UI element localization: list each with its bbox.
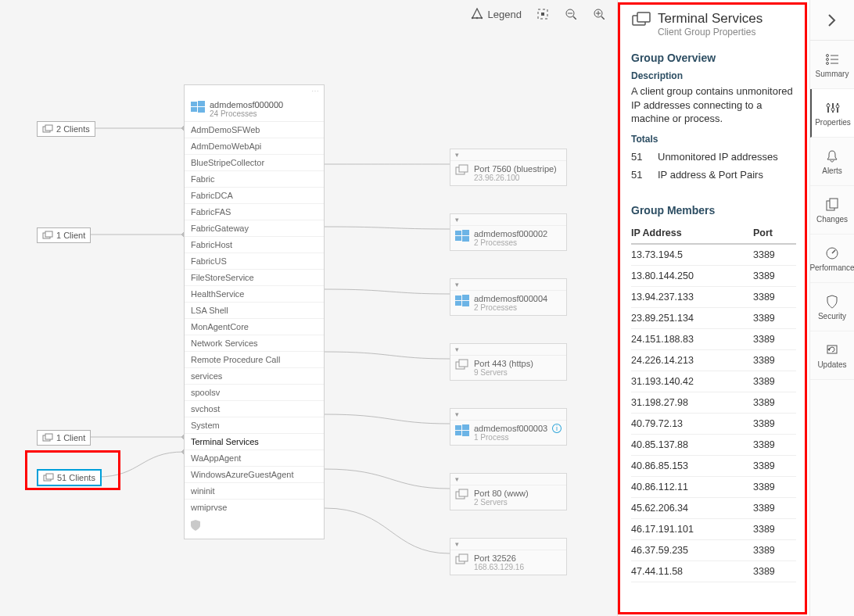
chevron-down-icon[interactable]: ▾ [450,149,566,161]
fit-button[interactable] [536,7,550,21]
table-row[interactable]: 24.226.14.2133389 [631,349,796,371]
clients-icon [42,124,53,134]
right-sidebar: SummaryPropertiesAlertsChangesPerformanc… [809,0,854,616]
node-icon [455,359,469,374]
table-row[interactable]: 40.79.72.133389 [631,413,796,434]
sidebar-item-changes[interactable]: Changes [810,186,854,235]
process-item[interactable]: Fabric [185,171,324,188]
table-row[interactable]: 24.151.188.833389 [631,328,796,349]
dependency-node[interactable]: ▾Port 443 (https)9 Servers [450,343,567,381]
process-item[interactable]: Remote Procedure Call [185,352,324,368]
process-item[interactable]: AdmDemoWebApi [185,138,324,155]
process-item[interactable]: wmiprvse [185,500,324,515]
col-ip: IP Address [631,223,753,244]
node-sub: 168.63.129.16 [474,563,524,571]
sidebar-item-security[interactable]: Security [810,283,854,331]
info-icon[interactable]: i [552,424,562,433]
process-item[interactable]: svchost [185,401,324,417]
table-row[interactable]: 13.73.194.53389 [631,244,796,266]
zoom-in-button[interactable] [592,7,606,21]
collapse-button[interactable] [810,0,854,41]
totals-text: IP address & Port Pairs [658,169,763,181]
chevron-down-icon[interactable]: ▾ [450,539,566,550]
table-row[interactable]: 40.85.137.883389 [631,434,796,455]
clients-icon [43,473,54,482]
cell-ip: 47.44.11.58 [631,560,753,582]
description-text: A client group contains unmonitored IP a… [631,84,796,126]
map-canvas[interactable]: 2 Clients1 Client1 Client51 Clients ⋯ ad… [0,0,618,616]
chevron-down-icon[interactable]: ▾ [450,344,566,356]
table-row[interactable]: 23.89.251.1343389 [631,307,796,328]
process-item[interactable]: spoolsv [185,385,324,401]
svg-rect-20 [455,236,461,241]
chevron-right-icon [827,13,837,27]
process-item[interactable]: LSA Shell [185,303,324,319]
client-group-box[interactable]: 1 Client [37,227,91,243]
zoom-out-button[interactable] [564,7,578,21]
dependency-node[interactable]: ▾Port 80 (www)2 Servers [450,473,567,510]
svg-rect-5 [45,125,52,131]
sidebar-item-performance[interactable]: Performance [810,235,854,283]
client-group-box[interactable]: 2 Clients [37,121,95,137]
svg-rect-31 [462,431,469,436]
process-item[interactable]: FabricHost [185,237,324,253]
sidebar-item-updates[interactable]: Updates [810,331,854,380]
client-group-box[interactable]: 51 Clients [37,469,102,486]
dependency-node[interactable]: ▾admdemosf0000042 Processes [450,278,567,316]
node-sub: 23.96.26.100 [474,174,557,182]
table-row[interactable]: 31.193.140.423389 [631,371,796,392]
sidebar-item-properties[interactable]: Properties [810,89,854,138]
chevron-down-icon[interactable]: ▾ [450,474,566,485]
process-item[interactable]: services [185,368,324,385]
machine-sub: 24 Processes [210,109,283,118]
gauge-icon [825,245,839,261]
table-row[interactable]: 47.44.11.583389 [631,560,796,582]
table-row[interactable]: 45.62.206.343389 [631,497,796,518]
process-item[interactable]: Terminal Services [185,434,324,450]
table-row[interactable]: 31.198.27.983389 [631,392,796,413]
table-row[interactable]: 40.86.85.1533389 [631,455,796,476]
legend-button[interactable]: Legend [470,7,522,21]
node-sub: 1 Process [474,433,547,442]
sidebar-item-summary[interactable]: Summary [810,41,854,89]
process-item[interactable]: FabricUS [185,253,324,270]
table-row[interactable]: 46.17.191.1013389 [631,518,796,539]
machine-title: admdemosf000000 [210,100,283,109]
machine-node[interactable]: ⋯ admdemosf00000024 Processes AdmDemoSFW… [184,84,325,539]
svg-rect-12 [191,102,197,106]
process-item[interactable]: System [185,417,324,434]
svg-rect-19 [462,230,469,235]
table-row[interactable]: 46.37.59.2353389 [631,539,796,560]
process-item[interactable]: wininit [185,483,324,500]
table-row[interactable]: 13.80.144.2503389 [631,265,796,286]
chevron-down-icon[interactable]: ▾ [450,409,566,421]
table-row[interactable]: 13.94.237.1333389 [631,286,796,307]
chevron-down-icon[interactable]: ▾ [450,214,566,226]
cell-port: 3389 [753,476,796,497]
process-item[interactable]: FileStoreService [185,270,324,286]
client-label: 51 Clients [57,473,95,482]
process-item[interactable]: AdmDemoSFWeb [185,122,324,138]
node-title: admdemosf000003 [474,424,547,433]
process-item[interactable]: FabricDCA [185,188,324,204]
cell-ip: 31.198.27.98 [631,392,753,413]
process-item[interactable]: MonAgentCore [185,319,324,335]
process-item[interactable]: FabricGateway [185,220,324,237]
dependency-node[interactable]: ▾admdemosf0000022 Processes [450,213,567,251]
dependency-node[interactable]: ▾admdemosf0000031 Processi [450,408,567,446]
process-item[interactable]: WaAppAgent [185,450,324,467]
sidebar-item-alerts[interactable]: Alerts [810,138,854,186]
process-item[interactable]: FabricFAS [185,204,324,220]
process-item[interactable]: HealthService [185,286,324,303]
node-sub: 2 Servers [474,498,529,507]
process-item[interactable]: BlueStripeCollector [185,155,324,171]
client-group-box[interactable]: 1 Client [37,430,91,446]
process-item[interactable]: Network Services [185,335,324,352]
table-row[interactable]: 40.86.112.113389 [631,476,796,497]
dependency-node[interactable]: ▾Port 32526168.63.129.16 [450,538,567,575]
dependency-node[interactable]: ▾Port 7560 (bluestripe)23.96.26.100 [450,149,567,186]
process-item[interactable]: WindowsAzureGuestAgent [185,467,324,483]
cell-ip: 46.37.59.235 [631,539,753,560]
chevron-down-icon[interactable]: ▾ [450,279,566,291]
totals-number: 51 [631,151,658,163]
